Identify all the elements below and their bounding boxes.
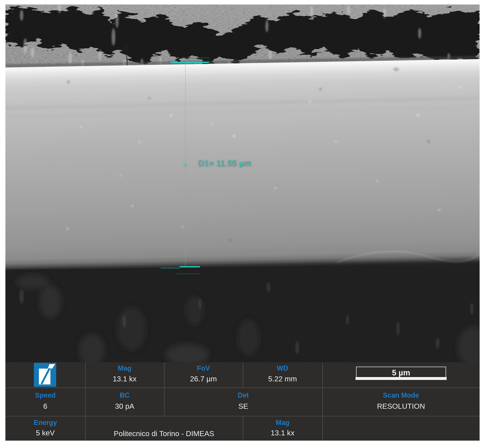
divider (322, 416, 323, 441)
measurement-midpoint-cross (185, 162, 186, 168)
divider (243, 416, 243, 441)
det-value: SE (164, 402, 322, 411)
energy-label: Energy (5, 418, 85, 427)
logo-cell (5, 362, 85, 387)
scale-bar-bracket: 5 µm (356, 367, 446, 378)
phenom-logo-icon (34, 363, 56, 387)
info-bar-row-2: Speed 6 BC 30 pA Det SE Scan Mode RESOLU… (5, 387, 480, 416)
divider (85, 387, 86, 416)
cell-mag: Mag 13.1 kx (85, 362, 164, 387)
wd-value: 5.22 mm (243, 375, 322, 383)
cell-wd: WD 5.22 mm (243, 362, 322, 387)
fov-label: FoV (164, 364, 243, 372)
divider (164, 362, 164, 387)
divider (85, 362, 86, 387)
cell-speed: Speed 6 (5, 387, 85, 416)
info-bar-row-3: Energy 5 keV Politecnico di Torino - DIM… (5, 416, 480, 441)
wd-label: WD (243, 364, 322, 372)
cell-institution: Politecnico di Torino - DIMEAS (85, 416, 243, 441)
bc-label: BC (85, 391, 164, 399)
measurement-bottom-endpoint (180, 266, 200, 267)
sem-screenshot: D1= 11.55 µm Mag 13.1 kx FoV 26.7 µm (0, 0, 485, 448)
measurement-bottom-endpoint-ghost2 (177, 273, 200, 274)
divider (164, 387, 164, 416)
cell-scale-bar: 5 µm (322, 362, 480, 387)
mag-label: Mag (85, 364, 164, 372)
cell-mag-2: Mag 13.1 kx (243, 416, 322, 441)
measurement-label: D1= 11.55 µm (198, 159, 251, 168)
scan-mode-value: RESOLUTION (322, 402, 480, 411)
divider (243, 362, 243, 387)
measurement-top-endpoint (171, 62, 209, 63)
mag2-value: 13.1 kx (243, 429, 322, 437)
info-bar: Mag 13.1 kx FoV 26.7 µm WD 5.22 mm 5 µm (5, 362, 480, 441)
measurement-overlay: D1= 11.55 µm (5, 5, 480, 362)
bc-value: 30 pA (85, 402, 164, 411)
scan-mode-label: Scan Mode (322, 391, 480, 399)
energy-value: 5 keV (5, 429, 85, 437)
cell-det: Det SE (164, 387, 322, 416)
divider (85, 416, 86, 441)
institution-value: Politecnico di Torino - DIMEAS (85, 429, 243, 438)
divider (322, 362, 323, 387)
speed-label: Speed (5, 391, 85, 399)
scale-bar-line (356, 377, 447, 380)
cell-scan-mode: Scan Mode RESOLUTION (322, 387, 480, 416)
cell-fov: FoV 26.7 µm (164, 362, 243, 387)
cell-energy: Energy 5 keV (5, 416, 85, 441)
cell-empty (322, 416, 480, 441)
mag2-label: Mag (243, 418, 322, 427)
info-bar-row-1: Mag 13.1 kx FoV 26.7 µm WD 5.22 mm 5 µm (5, 362, 480, 387)
mag-value: 13.1 kx (85, 375, 164, 383)
speed-value: 6 (5, 402, 85, 411)
scale-bar-label: 5 µm (356, 368, 445, 377)
measurement-bottom-endpoint-ghost (161, 268, 180, 269)
cell-bc: BC 30 pA (85, 387, 164, 416)
measurement-top-endpoint-ghost (181, 57, 210, 59)
fov-value: 26.7 µm (164, 375, 243, 383)
det-label: Det (164, 391, 322, 399)
divider (322, 387, 323, 416)
